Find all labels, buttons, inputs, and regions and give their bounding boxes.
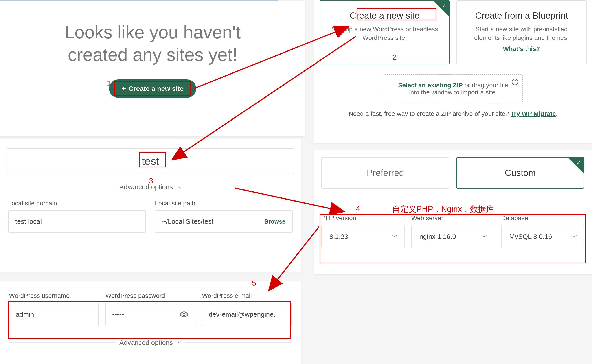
step-5-annotation: 5: [252, 279, 256, 287]
chevron-down-icon: ﹀: [571, 233, 577, 240]
path-label: Local site path: [155, 200, 293, 207]
chevron-down-icon: ﹀: [481, 233, 487, 240]
card-create-new-site[interactable]: ✓ Create a new site Spin up a new WordPr…: [319, 0, 450, 65]
wp-username-input[interactable]: admin: [9, 303, 99, 326]
check-icon: ✓: [577, 160, 581, 166]
step-4-annotation: 4: [356, 204, 360, 213]
step-3-annotation: 3: [149, 176, 153, 185]
selected-corner: [568, 158, 584, 174]
whats-this-link[interactable]: What's this?: [503, 45, 540, 52]
database-select[interactable]: MySQL 8.0.16 ﹀: [501, 225, 584, 248]
empty-state-headline: Looks like you haven't created any sites…: [0, 21, 305, 66]
zip-dropzone[interactable]: i Select an existing ZIP or drag your fi…: [384, 74, 523, 104]
wp-email-input[interactable]: dev-email@wpengine.: [202, 303, 292, 326]
step-2-annotation: 2: [392, 53, 397, 61]
wp-username-label: WordPress username: [9, 292, 99, 299]
advanced-options-toggle-2[interactable]: Advanced options ﹀: [9, 339, 292, 346]
wp-password-input[interactable]: •••••: [105, 303, 195, 326]
svg-point-0: [183, 313, 185, 316]
create-site-button[interactable]: + Create a new site: [109, 79, 196, 98]
empty-state-panel: Looks like you haven't created any sites…: [0, 1, 305, 136]
webserver-select[interactable]: nginx 1.16.0 ﹀: [411, 225, 494, 248]
db-label: Database: [501, 214, 584, 222]
card-blueprint-title: Create from a Blueprint: [464, 11, 579, 21]
tab-custom[interactable]: ✓ Custom: [456, 157, 584, 188]
path-input[interactable]: ~/Local Sites/test Browse: [155, 210, 293, 233]
php-select[interactable]: 8.1.23 ﹀: [321, 225, 405, 248]
wp-credentials-panel: 5 WordPress username admin WordPress pas…: [0, 281, 301, 364]
wp-password-label: WordPress password: [105, 292, 195, 299]
selected-corner: [433, 1, 449, 16]
card-blueprint-desc: Start a new site with pre-installed elem…: [464, 25, 579, 42]
plus-icon: +: [122, 85, 126, 91]
check-icon: ✓: [442, 2, 446, 9]
chevron-down-icon: ﹀: [176, 339, 181, 346]
eye-icon[interactable]: [180, 310, 189, 319]
create-site-button-label: Create a new site: [129, 85, 183, 92]
domain-input[interactable]: test.local: [8, 210, 146, 233]
zip-footer: Need a fast, free way to create a ZIP ar…: [319, 110, 587, 117]
card-create-blueprint[interactable]: Create from a Blueprint Start a new site…: [456, 0, 587, 65]
site-name-panel: test 3 Advanced options ︿ Local site dom…: [0, 139, 301, 272]
browse-button[interactable]: Browse: [264, 218, 286, 225]
wp-email-label: WordPress e-mail: [202, 292, 292, 299]
custom-note-annotation: 自定义PHP，Nginx，数据库: [392, 204, 494, 215]
php-label: PHP version: [321, 214, 405, 222]
card-new-title: Create a new site: [327, 11, 442, 21]
card-new-desc: Spin up a new WordPress or headless Word…: [327, 25, 442, 42]
site-name-input[interactable]: test: [7, 148, 294, 174]
chevron-down-icon: ﹀: [392, 233, 397, 240]
domain-label: Local site domain: [8, 200, 146, 207]
environment-panel: Preferred ✓ Custom 4 自定义PHP，Nginx，数据库 PH…: [314, 150, 592, 274]
wp-migrate-link[interactable]: Try WP Migrate: [511, 110, 556, 117]
tab-preferred[interactable]: Preferred: [321, 157, 449, 188]
select-zip-link[interactable]: Select an existing ZIP: [398, 82, 463, 89]
create-options-panel: ✓ Create a new site Spin up a new WordPr…: [314, 0, 592, 143]
info-icon[interactable]: i: [512, 78, 518, 85]
step-1-annotation: 1: [107, 79, 111, 88]
chevron-up-icon: ︿: [176, 184, 181, 190]
web-label: Web server: [411, 214, 494, 222]
